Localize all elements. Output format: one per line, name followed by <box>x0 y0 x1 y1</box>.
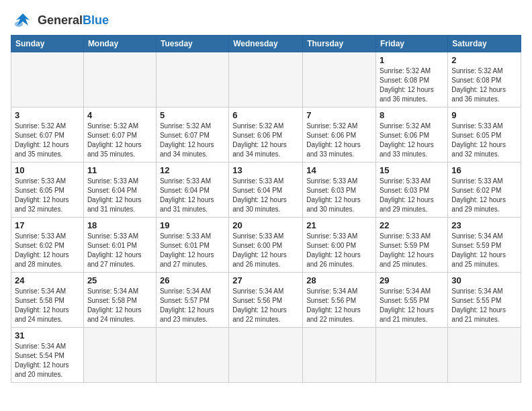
day-number: 25 <box>87 275 152 285</box>
calendar-cell: 30Sunrise: 5:34 AM Sunset: 5:55 PM Dayli… <box>448 273 521 328</box>
calendar-cell <box>229 52 303 107</box>
day-info: Sunrise: 5:33 AM Sunset: 6:02 PM Dayligh… <box>451 177 517 214</box>
day-info: Sunrise: 5:33 AM Sunset: 6:00 PM Dayligh… <box>232 232 299 269</box>
weekday-header-wednesday: Wednesday <box>229 36 303 52</box>
day-number: 5 <box>160 110 225 120</box>
day-number: 7 <box>306 110 372 120</box>
weekday-header-saturday: Saturday <box>448 36 521 52</box>
calendar-cell <box>156 52 228 107</box>
day-number: 12 <box>160 165 225 175</box>
calendar-cell: 31Sunrise: 5:34 AM Sunset: 5:54 PM Dayli… <box>11 328 84 383</box>
calendar-week-row: 1Sunrise: 5:32 AM Sunset: 6:08 PM Daylig… <box>11 52 521 107</box>
day-number: 21 <box>306 220 372 230</box>
calendar-cell: 17Sunrise: 5:33 AM Sunset: 6:02 PM Dayli… <box>11 218 84 273</box>
calendar-cell: 13Sunrise: 5:33 AM Sunset: 6:04 PM Dayli… <box>229 163 303 218</box>
day-number: 11 <box>87 165 152 175</box>
calendar-cell: 5Sunrise: 5:32 AM Sunset: 6:07 PM Daylig… <box>156 107 228 163</box>
weekday-header-row: SundayMondayTuesdayWednesdayThursdayFrid… <box>11 36 521 52</box>
day-info: Sunrise: 5:33 AM Sunset: 6:04 PM Dayligh… <box>232 177 299 214</box>
calendar-cell <box>303 328 376 383</box>
day-info: Sunrise: 5:34 AM Sunset: 5:58 PM Dayligh… <box>15 287 80 324</box>
day-number: 13 <box>232 165 299 175</box>
calendar-cell: 25Sunrise: 5:34 AM Sunset: 5:58 PM Dayli… <box>83 273 156 328</box>
logo: GeneralBlue <box>11 11 109 30</box>
calendar-cell: 8Sunrise: 5:32 AM Sunset: 6:06 PM Daylig… <box>376 107 448 163</box>
day-info: Sunrise: 5:34 AM Sunset: 5:55 PM Dayligh… <box>380 287 444 324</box>
calendar-week-row: 17Sunrise: 5:33 AM Sunset: 6:02 PM Dayli… <box>11 218 521 273</box>
day-number: 22 <box>380 220 444 230</box>
day-number: 30 <box>451 275 517 285</box>
day-info: Sunrise: 5:33 AM Sunset: 5:59 PM Dayligh… <box>380 232 444 269</box>
day-number: 6 <box>232 110 299 120</box>
calendar-cell: 2Sunrise: 5:32 AM Sunset: 6:08 PM Daylig… <box>448 52 521 107</box>
day-number: 4 <box>87 110 152 120</box>
calendar-cell: 4Sunrise: 5:32 AM Sunset: 6:07 PM Daylig… <box>83 107 156 163</box>
day-info: Sunrise: 5:34 AM Sunset: 5:58 PM Dayligh… <box>87 287 152 324</box>
day-info: Sunrise: 5:33 AM Sunset: 6:01 PM Dayligh… <box>160 232 225 269</box>
day-number: 14 <box>306 165 372 175</box>
calendar-cell <box>11 52 84 107</box>
calendar-cell: 12Sunrise: 5:33 AM Sunset: 6:04 PM Dayli… <box>156 163 228 218</box>
calendar-week-row: 31Sunrise: 5:34 AM Sunset: 5:54 PM Dayli… <box>11 328 521 383</box>
calendar-cell: 18Sunrise: 5:33 AM Sunset: 6:01 PM Dayli… <box>83 218 156 273</box>
day-number: 27 <box>232 275 299 285</box>
day-info: Sunrise: 5:32 AM Sunset: 6:07 PM Dayligh… <box>15 122 80 159</box>
day-number: 26 <box>160 275 225 285</box>
day-number: 24 <box>15 275 80 285</box>
calendar-cell: 6Sunrise: 5:32 AM Sunset: 6:06 PM Daylig… <box>229 107 303 163</box>
day-number: 15 <box>380 165 444 175</box>
calendar-cell <box>156 328 228 383</box>
day-number: 2 <box>451 55 517 65</box>
day-info: Sunrise: 5:34 AM Sunset: 5:56 PM Dayligh… <box>306 287 372 324</box>
day-number: 1 <box>380 55 444 65</box>
calendar-cell: 23Sunrise: 5:34 AM Sunset: 5:59 PM Dayli… <box>448 218 521 273</box>
day-info: Sunrise: 5:32 AM Sunset: 6:07 PM Dayligh… <box>87 122 152 159</box>
day-info: Sunrise: 5:33 AM Sunset: 6:04 PM Dayligh… <box>87 177 152 214</box>
calendar-week-row: 3Sunrise: 5:32 AM Sunset: 6:07 PM Daylig… <box>11 107 521 163</box>
calendar-cell: 19Sunrise: 5:33 AM Sunset: 6:01 PM Dayli… <box>156 218 228 273</box>
day-info: Sunrise: 5:32 AM Sunset: 6:07 PM Dayligh… <box>160 122 225 159</box>
day-number: 10 <box>15 165 80 175</box>
day-number: 18 <box>87 220 152 230</box>
calendar-cell: 29Sunrise: 5:34 AM Sunset: 5:55 PM Dayli… <box>376 273 448 328</box>
svg-point-1 <box>15 21 23 27</box>
day-number: 20 <box>232 220 299 230</box>
day-info: Sunrise: 5:34 AM Sunset: 5:56 PM Dayligh… <box>232 287 299 324</box>
logo-text: GeneralBlue <box>38 13 109 28</box>
calendar-cell: 7Sunrise: 5:32 AM Sunset: 6:06 PM Daylig… <box>303 107 376 163</box>
calendar-cell: 24Sunrise: 5:34 AM Sunset: 5:58 PM Dayli… <box>11 273 84 328</box>
day-number: 23 <box>451 220 517 230</box>
day-info: Sunrise: 5:33 AM Sunset: 6:02 PM Dayligh… <box>15 232 80 269</box>
day-info: Sunrise: 5:33 AM Sunset: 6:03 PM Dayligh… <box>306 177 372 214</box>
weekday-header-sunday: Sunday <box>11 36 84 52</box>
calendar-cell: 14Sunrise: 5:33 AM Sunset: 6:03 PM Dayli… <box>303 163 376 218</box>
day-number: 31 <box>15 330 80 340</box>
calendar-cell: 11Sunrise: 5:33 AM Sunset: 6:04 PM Dayli… <box>83 163 156 218</box>
calendar-cell: 28Sunrise: 5:34 AM Sunset: 5:56 PM Dayli… <box>303 273 376 328</box>
day-info: Sunrise: 5:33 AM Sunset: 6:04 PM Dayligh… <box>160 177 225 214</box>
day-number: 19 <box>160 220 225 230</box>
calendar-week-row: 24Sunrise: 5:34 AM Sunset: 5:58 PM Dayli… <box>11 273 521 328</box>
day-info: Sunrise: 5:34 AM Sunset: 5:55 PM Dayligh… <box>451 287 517 324</box>
day-info: Sunrise: 5:32 AM Sunset: 6:06 PM Dayligh… <box>380 122 444 159</box>
calendar-cell: 26Sunrise: 5:34 AM Sunset: 5:57 PM Dayli… <box>156 273 228 328</box>
calendar-cell: 3Sunrise: 5:32 AM Sunset: 6:07 PM Daylig… <box>11 107 84 163</box>
day-info: Sunrise: 5:32 AM Sunset: 6:06 PM Dayligh… <box>306 122 372 159</box>
logo-icon <box>11 11 35 30</box>
calendar-cell: 15Sunrise: 5:33 AM Sunset: 6:03 PM Dayli… <box>376 163 448 218</box>
day-number: 3 <box>15 110 80 120</box>
day-info: Sunrise: 5:33 AM Sunset: 6:01 PM Dayligh… <box>87 232 152 269</box>
day-number: 8 <box>380 110 444 120</box>
day-number: 17 <box>15 220 80 230</box>
calendar-cell: 16Sunrise: 5:33 AM Sunset: 6:02 PM Dayli… <box>448 163 521 218</box>
day-info: Sunrise: 5:33 AM Sunset: 6:03 PM Dayligh… <box>380 177 444 214</box>
day-info: Sunrise: 5:33 AM Sunset: 6:05 PM Dayligh… <box>15 177 80 214</box>
calendar-cell <box>376 328 448 383</box>
day-info: Sunrise: 5:33 AM Sunset: 6:00 PM Dayligh… <box>306 232 372 269</box>
calendar-cell: 22Sunrise: 5:33 AM Sunset: 5:59 PM Dayli… <box>376 218 448 273</box>
calendar-cell: 10Sunrise: 5:33 AM Sunset: 6:05 PM Dayli… <box>11 163 84 218</box>
day-info: Sunrise: 5:32 AM Sunset: 6:08 PM Dayligh… <box>451 66 517 104</box>
calendar-cell: 9Sunrise: 5:33 AM Sunset: 6:05 PM Daylig… <box>448 107 521 163</box>
calendar-cell <box>448 328 521 383</box>
day-info: Sunrise: 5:33 AM Sunset: 6:05 PM Dayligh… <box>451 122 517 159</box>
